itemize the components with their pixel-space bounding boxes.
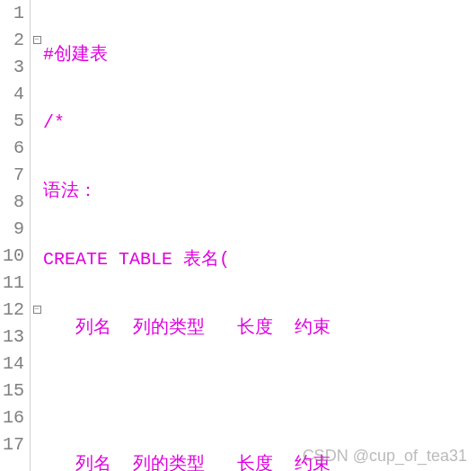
code-editor[interactable]: 1 2 3 4 5 6 7 8 9 10 11 12 13 14 15 16 1… bbox=[0, 0, 476, 471]
fold-slot bbox=[31, 0, 43, 27]
fold-marker[interactable]: − bbox=[31, 297, 43, 324]
fold-slot bbox=[31, 135, 43, 162]
fold-slot bbox=[31, 404, 43, 431]
line-number: 9 bbox=[0, 216, 26, 243]
line-number: 10 bbox=[0, 243, 26, 270]
line-number: 16 bbox=[0, 404, 26, 431]
line-number: 14 bbox=[0, 351, 26, 378]
line-number: 15 bbox=[0, 378, 26, 404]
line-number: 3 bbox=[0, 54, 26, 81]
comment-text: /* bbox=[43, 112, 65, 133]
code-area[interactable]: #创建表 /* 语法： CREATE TABLE 表名( 列名 列的类型 长度 … bbox=[43, 0, 476, 471]
line-number: 17 bbox=[0, 431, 26, 458]
fold-slot bbox=[31, 378, 43, 404]
code-line[interactable]: 列名 列的类型 长度 约束 bbox=[43, 315, 476, 342]
line-number: 8 bbox=[0, 189, 26, 216]
line-number: 11 bbox=[0, 270, 26, 297]
line-number: 7 bbox=[0, 162, 26, 189]
comment-text: 语法： bbox=[43, 181, 97, 201]
fold-slot bbox=[31, 162, 43, 189]
line-number: 4 bbox=[0, 81, 26, 108]
fold-slot bbox=[31, 431, 43, 458]
watermark-text: CSDN @cup_of_tea31 bbox=[303, 447, 467, 466]
code-line[interactable]: /* bbox=[43, 110, 476, 137]
comment-text: 列名 列的类型 长度 约束 bbox=[43, 454, 331, 471]
fold-gutter: − − bbox=[31, 0, 43, 471]
fold-slot bbox=[31, 108, 43, 135]
comment-text: #创建表 bbox=[43, 44, 108, 65]
fold-slot bbox=[31, 216, 43, 243]
line-number: 13 bbox=[0, 324, 26, 351]
line-number: 6 bbox=[0, 135, 26, 162]
fold-slot bbox=[31, 351, 43, 378]
comment-text: 列名 列的类型 长度 约束 bbox=[43, 317, 331, 338]
line-number-gutter: 1 2 3 4 5 6 7 8 9 10 11 12 13 14 15 16 1… bbox=[0, 0, 31, 471]
fold-slot bbox=[31, 324, 43, 351]
code-line[interactable] bbox=[43, 383, 476, 410]
fold-slot bbox=[31, 243, 43, 270]
fold-slot bbox=[31, 81, 43, 108]
code-line[interactable]: #创建表 bbox=[43, 41, 476, 68]
code-line[interactable]: 语法： bbox=[43, 178, 476, 205]
code-line[interactable]: CREATE TABLE 表名( bbox=[43, 246, 476, 273]
fold-slot bbox=[31, 270, 43, 297]
line-number: 1 bbox=[0, 0, 26, 27]
fold-slot bbox=[31, 189, 43, 216]
fold-marker[interactable]: − bbox=[31, 27, 43, 54]
line-number: 5 bbox=[0, 108, 26, 135]
line-number: 12 bbox=[0, 297, 26, 324]
line-number: 2 bbox=[0, 27, 26, 54]
comment-text: CREATE TABLE 表名( bbox=[43, 249, 230, 270]
fold-slot bbox=[31, 54, 43, 81]
